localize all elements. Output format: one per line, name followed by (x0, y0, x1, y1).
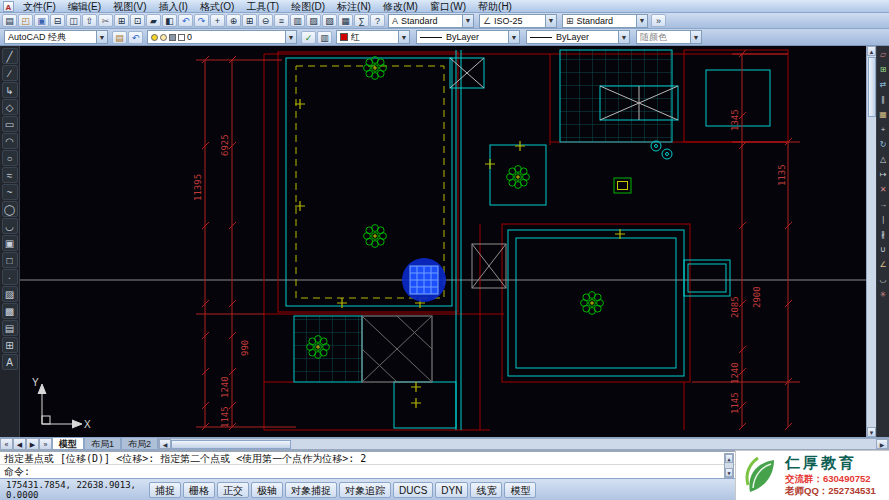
construction-line-icon[interactable]: ∕ (2, 65, 18, 81)
copy-icon[interactable]: ⊞ (114, 14, 129, 27)
scroll-down-icon[interactable]: ▼ (867, 427, 876, 437)
toolbar-overflow-icon[interactable]: » (651, 14, 666, 27)
drawing-canvas[interactable]: Y X 692511395990124011451345113529002085… (20, 46, 866, 437)
plot-preview-icon[interactable]: ◫ (66, 14, 81, 27)
chevron-down-icon[interactable]: ▼ (96, 31, 107, 43)
scroll-down-icon[interactable]: ▼ (725, 468, 733, 477)
zoom-realtime-icon[interactable]: ⊕ (226, 14, 241, 27)
make-layer-current-icon[interactable]: ✓ (301, 31, 316, 44)
scroll-right-icon[interactable]: ▶ (876, 439, 888, 449)
selection-grip[interactable] (402, 258, 446, 302)
arc-icon[interactable]: ◠ (2, 133, 18, 149)
status-toggle-5[interactable]: 对象追踪 (339, 482, 391, 498)
scroll-left-icon[interactable]: ◀ (159, 439, 171, 449)
cut-icon[interactable]: ✂ (98, 14, 113, 27)
menu-modify[interactable]: 修改(M) (377, 0, 424, 13)
status-toggle-8[interactable]: 线宽 (470, 482, 502, 498)
stretch-icon[interactable]: ↦ (878, 168, 889, 181)
trim-icon[interactable]: ✕ (878, 183, 889, 196)
menu-window[interactable]: 窗口(W) (424, 0, 472, 13)
properties-icon[interactable]: ≡ (274, 14, 289, 27)
status-toggle-2[interactable]: 正交 (217, 482, 249, 498)
menu-file[interactable]: 文件(F) (17, 0, 62, 13)
match-properties-icon[interactable]: ▰ (146, 14, 161, 27)
horizontal-scrollbar[interactable]: ◀ ▶ (158, 438, 889, 450)
status-toggle-1[interactable]: 栅格 (183, 482, 215, 498)
plot-icon[interactable]: ⊟ (50, 14, 65, 27)
join-icon[interactable]: ∪ (878, 243, 889, 256)
vertical-scroll-thumb[interactable] (868, 57, 876, 117)
circle-icon[interactable]: ○ (2, 150, 18, 166)
designcenter-icon[interactable]: ▥ (290, 14, 305, 27)
layer-previous-icon[interactable]: ↶ (128, 31, 143, 44)
polyline-icon[interactable]: ↳ (2, 82, 18, 98)
rotate-icon[interactable]: ↻ (878, 138, 889, 151)
coordinates-readout[interactable]: 175431.7854, 22638.9013, 0.0000 (0, 480, 148, 500)
layer-combo[interactable]: 0 ▼ (147, 30, 297, 44)
gradient-icon[interactable]: ▩ (2, 303, 18, 319)
make-block-icon[interactable]: □ (2, 252, 18, 268)
zoom-window-icon[interactable]: ⊞ (242, 14, 257, 27)
menu-dimension[interactable]: 标注(N) (331, 0, 377, 13)
chevron-down-icon[interactable]: ▼ (285, 31, 296, 43)
linetype-combo[interactable]: ByLayer ▼ (416, 30, 520, 44)
tab-next-button[interactable]: ▶ (26, 438, 39, 450)
chevron-down-icon[interactable]: ▼ (690, 31, 701, 43)
status-toggle-7[interactable]: DYN (435, 482, 468, 498)
scroll-up-icon[interactable]: ▲ (867, 46, 876, 56)
zoom-previous-icon[interactable]: ⊖ (258, 14, 273, 27)
save-icon[interactable]: ▣ (34, 14, 49, 27)
menu-help[interactable]: 帮助(H) (472, 0, 518, 13)
break-at-point-icon[interactable]: ∣ (878, 213, 889, 226)
paste-icon[interactable]: ⊡ (130, 14, 145, 27)
lineweight-combo[interactable]: ByLayer ▼ (526, 30, 630, 44)
rectangle-icon[interactable]: ▭ (2, 116, 18, 132)
scale-icon[interactable]: △ (878, 153, 889, 166)
publish-icon[interactable]: ⇧ (82, 14, 97, 27)
chevron-down-icon[interactable]: ▼ (618, 31, 629, 43)
fillet-icon[interactable]: ◡ (878, 273, 889, 286)
pan-icon[interactable]: + (210, 14, 225, 27)
status-toggle-3[interactable]: 极轴 (251, 482, 283, 498)
erase-icon[interactable]: ▱ (878, 48, 889, 61)
array-icon[interactable]: ▦ (878, 108, 889, 121)
tab-first-button[interactable]: « (0, 438, 13, 450)
chevron-down-icon[interactable]: ▼ (545, 15, 556, 27)
tab-layout2[interactable]: 布局2 (121, 438, 158, 450)
menu-insert[interactable]: 插入(I) (152, 0, 193, 13)
tab-layout1[interactable]: 布局1 (84, 438, 121, 450)
tab-last-button[interactable]: » (39, 438, 52, 450)
menu-tools[interactable]: 工具(T) (240, 0, 285, 13)
sheetset-manager-icon[interactable]: ▧ (322, 14, 337, 27)
line-icon[interactable]: ╱ (2, 48, 18, 64)
extend-icon[interactable]: → (878, 198, 889, 211)
copy-object-icon[interactable]: ⊞ (878, 63, 889, 76)
multiline-text-icon[interactable]: A (2, 354, 18, 370)
text-style-combo[interactable]: A Standard ▼ (388, 14, 474, 28)
vertical-scrollbar[interactable]: ▲ ▼ (866, 46, 876, 437)
help-icon[interactable]: ? (370, 14, 385, 27)
spline-icon[interactable]: ~ (2, 184, 18, 200)
explode-icon[interactable]: ✳ (878, 288, 889, 301)
point-icon[interactable]: ∙ (2, 269, 18, 285)
block-editor-icon[interactable]: ◧ (162, 14, 177, 27)
region-icon[interactable]: ▤ (2, 320, 18, 336)
workspace-combo[interactable]: AutoCAD 经典 ▼ (4, 30, 108, 44)
break-icon[interactable]: ∦ (878, 228, 889, 241)
scroll-up-icon[interactable]: ▲ (725, 454, 733, 463)
menu-draw[interactable]: 绘图(D) (285, 0, 331, 13)
plot-style-combo[interactable]: 随颜色 ▼ (636, 30, 702, 44)
status-toggle-9[interactable]: 模型 (504, 482, 536, 498)
chevron-down-icon[interactable]: ▼ (462, 15, 473, 27)
undo-icon[interactable]: ↶ (178, 14, 193, 27)
layer-properties-icon[interactable]: ▤ (112, 31, 127, 44)
dim-style-combo[interactable]: ∠ ISO-25 ▼ (479, 14, 557, 28)
chevron-down-icon[interactable]: ▼ (636, 15, 647, 27)
status-toggle-0[interactable]: 捕捉 (149, 482, 181, 498)
layer-states-icon[interactable]: ▥ (317, 31, 332, 44)
horizontal-scroll-thumb[interactable] (171, 440, 291, 449)
insert-block-icon[interactable]: ▣ (2, 235, 18, 251)
ellipse-icon[interactable]: ◯ (2, 201, 18, 217)
chamfer-icon[interactable]: ∠ (878, 258, 889, 271)
quickcalc-icon[interactable]: ∑ (354, 14, 369, 27)
